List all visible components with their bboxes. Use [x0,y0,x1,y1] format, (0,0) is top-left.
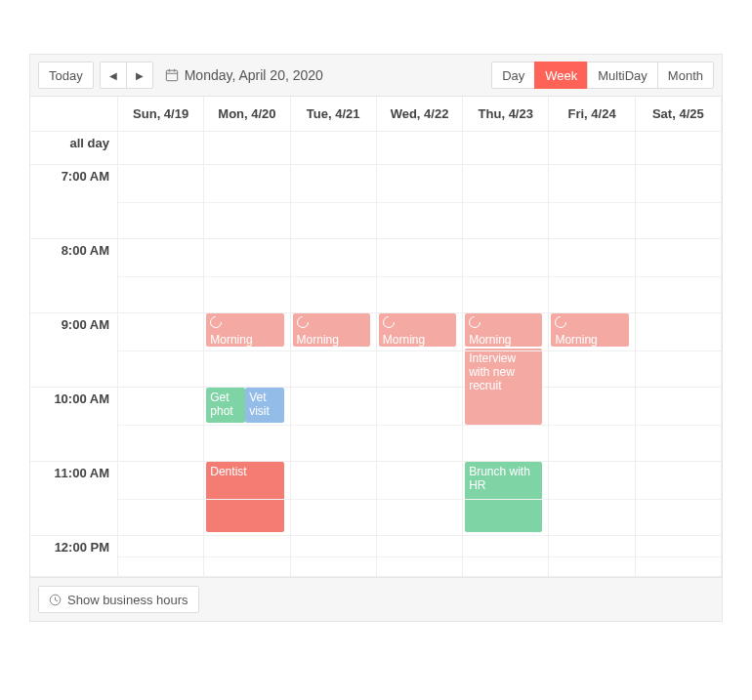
allday-slot[interactable] [549,132,635,165]
time-slot[interactable]: Morning [377,313,463,388]
day-header[interactable]: Sun, 4/19 [118,97,204,132]
corner-cell [30,97,118,132]
time-slot[interactable] [204,536,290,577]
time-slot[interactable]: Morning [291,313,377,388]
time-slot[interactable] [291,239,377,313]
time-label: 7:00 AM [30,165,118,239]
event-title: Morning [469,333,511,347]
event-morning[interactable]: Morning [293,313,370,347]
day-header[interactable]: Fri, 4/24 [549,97,635,132]
event-morning[interactable]: Morning [206,313,283,347]
business-hours-label: Show business hours [67,593,188,607]
view-month[interactable]: Month [657,62,714,89]
event-title: Morning [210,333,252,347]
day-header[interactable]: Mon, 4/20 [204,97,290,132]
chevron-left-icon: ◀ [109,70,117,81]
view-week[interactable]: Week [534,62,588,89]
time-slot[interactable]: Morning Interview with new recruit [463,313,549,388]
time-label: 10:00 AM [30,388,118,462]
time-slot[interactable] [118,462,204,536]
time-slot[interactable] [377,239,463,313]
time-slot[interactable] [549,165,635,239]
allday-row: all day [30,132,722,165]
time-slot[interactable]: Get phot Vet visit [204,388,290,462]
event-vet[interactable]: Vet visit [245,388,283,423]
time-slot[interactable] [636,313,722,388]
prev-button[interactable]: ◀ [100,62,127,89]
time-slot[interactable]: Morning [549,313,635,388]
allday-slot[interactable] [118,132,204,165]
allday-slot[interactable] [636,132,722,165]
event-morning[interactable]: Morning [465,313,542,347]
time-slot[interactable] [549,388,635,462]
allday-slot[interactable] [291,132,377,165]
event-title: Brunch with HR [469,465,530,492]
recurrence-icon [380,314,397,331]
event-dentist[interactable]: Dentist [206,462,283,532]
scheduler: Today ◀ ▶ Monday, April 20, 2020 Day Wee… [29,54,723,622]
time-slot[interactable] [549,239,635,313]
time-slot[interactable] [463,388,549,462]
time-slot[interactable] [463,165,549,239]
time-slot[interactable] [377,165,463,239]
time-slot[interactable] [636,462,722,536]
time-slot[interactable]: Brunch with HR [463,462,549,536]
time-slot[interactable] [118,239,204,313]
event-morning[interactable]: Morning [551,313,628,347]
view-day[interactable]: Day [491,62,535,89]
time-slot[interactable] [118,536,204,577]
allday-slot[interactable] [204,132,290,165]
time-slot[interactable] [636,536,722,577]
time-slot[interactable] [377,536,463,577]
time-grid: 7:00 AM 8:00 AM 9:00 AM Morning Morning … [30,165,722,577]
time-slot[interactable]: Dentist [204,462,290,536]
time-label: 8:00 AM [30,239,118,313]
allday-slot[interactable] [463,132,549,165]
footer: Show business hours [30,577,722,621]
time-slot[interactable] [636,388,722,462]
time-slot[interactable] [636,239,722,313]
next-button[interactable]: ▶ [126,62,153,89]
time-slot[interactable] [118,313,204,388]
time-slot[interactable] [204,239,290,313]
time-slot[interactable] [463,536,549,577]
day-header-row: Sun, 4/19 Mon, 4/20 Tue, 4/21 Wed, 4/22 … [30,97,722,132]
time-slot[interactable] [636,165,722,239]
time-slot[interactable] [291,165,377,239]
time-slot[interactable] [549,536,635,577]
day-header[interactable]: Sat, 4/25 [636,97,722,132]
svg-line-6 [56,599,58,600]
recurrence-icon [553,314,569,331]
time-slot[interactable] [118,165,204,239]
view-multiday[interactable]: MultiDay [587,62,658,89]
time-slot[interactable] [463,239,549,313]
allday-label: all day [30,132,118,165]
day-header[interactable]: Wed, 4/22 [377,97,463,132]
current-date[interactable]: Monday, April 20, 2020 [165,67,323,83]
event-get-phot[interactable]: Get phot [206,388,245,423]
time-slot[interactable] [291,388,377,462]
toolbar: Today ◀ ▶ Monday, April 20, 2020 Day Wee… [30,55,722,97]
event-title: Morning [297,333,339,347]
time-label: 9:00 AM [30,313,118,388]
event-brunch[interactable]: Brunch with HR [465,462,542,532]
event-title: Interview with new recruit [469,351,516,392]
nav-group: ◀ ▶ [100,62,153,89]
time-label: 12:00 PM [30,536,118,577]
time-label: 11:00 AM [30,462,118,536]
event-morning[interactable]: Morning [379,313,456,347]
allday-slot[interactable] [377,132,463,165]
time-slot[interactable] [204,165,290,239]
time-slot[interactable] [377,462,463,536]
time-slot[interactable] [291,536,377,577]
time-slot[interactable] [549,462,635,536]
recurrence-icon [294,314,311,331]
time-slot[interactable]: Morning [204,313,290,388]
time-slot[interactable] [291,462,377,536]
day-header[interactable]: Tue, 4/21 [291,97,377,132]
business-hours-toggle[interactable]: Show business hours [38,586,199,613]
time-slot[interactable] [118,388,204,462]
day-header[interactable]: Thu, 4/23 [463,97,549,132]
today-button[interactable]: Today [38,62,94,89]
time-slot[interactable] [377,388,463,462]
